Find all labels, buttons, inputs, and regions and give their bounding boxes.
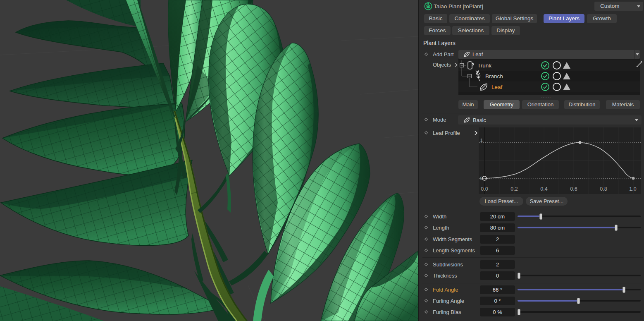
svg-text:0.0: 0.0 <box>481 186 488 192</box>
svg-text:0.6: 0.6 <box>570 186 577 192</box>
svg-text:0.2: 0.2 <box>510 186 518 192</box>
svg-text:Leaf: Leaf <box>491 84 503 90</box>
svg-text:0.8: 0.8 <box>600 186 607 192</box>
svg-text:1.0: 1.0 <box>629 186 636 192</box>
svg-text:Branch: Branch <box>485 73 503 79</box>
svg-text:Trunk: Trunk <box>477 62 491 69</box>
svg-text:1: 1 <box>480 138 483 143</box>
svg-text:0.4: 0.4 <box>540 186 547 192</box>
